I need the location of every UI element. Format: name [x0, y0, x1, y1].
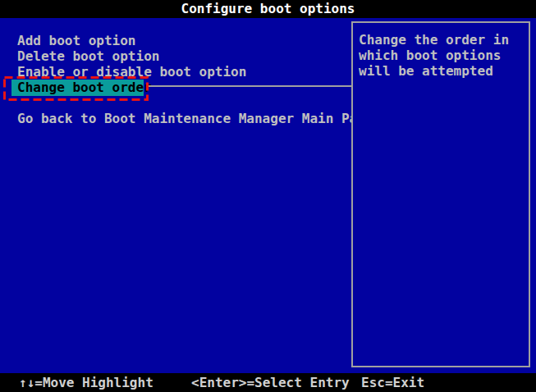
- highlight-connector-line: [149, 85, 351, 87]
- page-title: Configure boot options: [0, 0, 536, 18]
- menu-item-delete-boot-option[interactable]: Delete boot option: [17, 48, 159, 64]
- keyhint-select-entry: <Enter>=Select Entry: [191, 373, 350, 392]
- help-text-line: which boot options: [359, 48, 525, 63]
- help-text-line: Change the order in: [359, 32, 525, 48]
- help-text-line: will be attempted: [359, 63, 525, 79]
- main-area: Add boot option Delete boot option Enabl…: [0, 18, 536, 373]
- help-panel: Change the order in which boot options w…: [351, 21, 530, 367]
- menu-item-enable-disable-boot-option[interactable]: Enable or disable boot option: [17, 64, 246, 80]
- status-bar: ↑↓=Move Highlight <Enter>=Select Entry E…: [0, 373, 536, 392]
- keyhint-esc-exit: Esc=Exit: [361, 373, 424, 392]
- keyhint-move-highlight: ↑↓=Move Highlight: [19, 373, 153, 392]
- uefi-screen: Configure boot options Add boot option D…: [0, 0, 536, 392]
- menu-item-add-boot-option[interactable]: Add boot option: [17, 33, 136, 48]
- menu-item-go-back[interactable]: Go back to Boot Maintenance Manager Main…: [17, 111, 373, 126]
- menu-item-change-boot-order[interactable]: Change boot order: [11, 80, 144, 96]
